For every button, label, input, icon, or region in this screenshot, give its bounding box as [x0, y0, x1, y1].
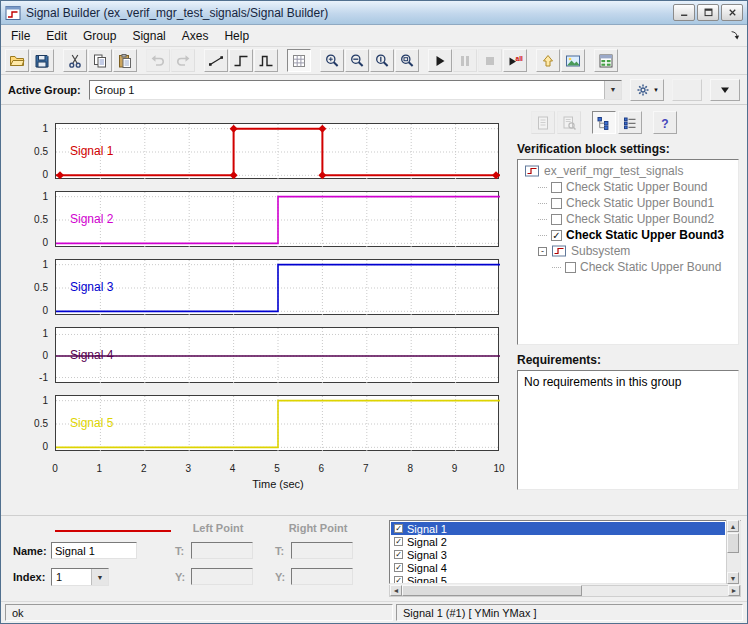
tree-item-label[interactable]: Check Static Upper Bound1	[566, 196, 714, 210]
status-selection: Signal 1 (#1) [ YMin YMax ]	[396, 604, 743, 621]
zoom-in-icon	[324, 53, 340, 69]
close-button[interactable]	[721, 4, 743, 21]
cut-button[interactable]	[63, 49, 87, 72]
y-tick-label: 0	[42, 169, 48, 180]
save-button[interactable]	[30, 49, 54, 72]
doc-search-icon	[561, 115, 577, 131]
y-axis: 10.50	[5, 191, 55, 247]
menu-file[interactable]: File	[3, 27, 38, 45]
signal-label[interactable]: Signal 5	[70, 416, 113, 430]
menu-axes[interactable]: Axes	[174, 27, 217, 45]
tree-item-label[interactable]: Check Static Upper Bound2	[566, 212, 714, 226]
signal-list-item[interactable]: ✓Signal 1	[391, 522, 725, 535]
signal-label[interactable]: Signal 4	[70, 348, 113, 362]
open-button[interactable]	[5, 49, 29, 72]
save-icon	[34, 53, 50, 69]
plot-signal-5[interactable]: Signal 5	[55, 395, 499, 451]
hscroll-thumb[interactable]	[402, 585, 582, 596]
draw-line-button[interactable]	[204, 49, 228, 72]
tree-item-label[interactable]: Subsystem	[571, 244, 630, 258]
menu-edit[interactable]: Edit	[38, 27, 75, 45]
y-tick-label: 1	[42, 191, 48, 202]
signal-label[interactable]: Signal 3	[70, 280, 113, 294]
chevron-down-icon[interactable]: ▼	[91, 569, 108, 585]
toggle-panel-button[interactable]	[710, 79, 740, 101]
tree-collapse-toggle[interactable]: -	[538, 247, 547, 256]
signal-visible-checkbox[interactable]: ✓	[394, 524, 403, 533]
tree-item-checkbox[interactable]	[565, 262, 576, 273]
list-view-button[interactable]	[618, 111, 642, 134]
active-group-select[interactable]: Group 1 ▼	[89, 80, 622, 100]
up-to-parent-button[interactable]	[536, 49, 560, 72]
signal-visible-checkbox[interactable]: ✓	[394, 550, 403, 559]
copy-button[interactable]	[88, 49, 112, 72]
y-axis: 10.50	[5, 395, 55, 451]
tree-item-checkbox[interactable]	[551, 182, 562, 193]
scroll-left-icon[interactable]: ◄	[390, 585, 402, 596]
signal-label[interactable]: Signal 1	[70, 144, 113, 158]
zoom-in-button[interactable]	[320, 49, 344, 72]
snap-grid-button[interactable]	[287, 49, 311, 72]
plot-signal-4[interactable]: Signal 4	[55, 327, 499, 383]
zoom-y-button[interactable]	[370, 49, 394, 72]
plot-signal-2[interactable]: Signal 2	[55, 191, 499, 247]
menu-group[interactable]: Group	[75, 27, 124, 45]
run-all-button[interactable]: all	[503, 49, 527, 72]
signal-visible-checkbox[interactable]: ✓	[394, 576, 403, 584]
tree-item-checkbox[interactable]: ✓	[551, 230, 562, 241]
maximize-button[interactable]	[697, 4, 719, 21]
export-button[interactable]	[594, 49, 618, 72]
signal-label[interactable]: Signal 2	[70, 212, 113, 226]
zoom-t-button[interactable]	[345, 49, 369, 72]
active-group-label: Active Group:	[8, 84, 81, 96]
verification-report-button	[557, 111, 581, 134]
tree-connector	[538, 219, 547, 220]
signal-list-label: Signal 5	[407, 575, 447, 585]
signal-visible-checkbox[interactable]: ✓	[394, 563, 403, 572]
signal-visible-checkbox[interactable]: ✓	[394, 537, 403, 546]
menu-signal[interactable]: Signal	[124, 27, 173, 45]
tree-item-label[interactable]: Check Static Upper Bound3	[566, 228, 724, 242]
signal-list-vscrollbar[interactable]: ▲ ▼	[726, 520, 740, 584]
signal-list-item[interactable]: ✓Signal 3	[391, 548, 725, 561]
tree-item-checkbox[interactable]	[551, 198, 562, 209]
zoom-fit-button[interactable]	[395, 49, 419, 72]
dock-icon[interactable]	[729, 29, 745, 43]
start-simulation-button[interactable]	[428, 49, 452, 72]
tree-item-checkbox[interactable]	[551, 214, 562, 225]
scroll-up-icon[interactable]: ▲	[727, 520, 739, 532]
index-select[interactable]: 1 ▼	[51, 568, 109, 586]
signal-list-item[interactable]: ✓Signal 2	[391, 535, 725, 548]
titlebar[interactable]: Signal Builder (ex_verif_mgr_test_signal…	[1, 1, 747, 25]
plot-signal-3[interactable]: Signal 3	[55, 259, 499, 315]
requirements-box[interactable]: No requirements in this group	[517, 370, 739, 490]
draw-step-button[interactable]	[229, 49, 253, 72]
redo-icon	[175, 53, 191, 69]
left-y-input	[191, 568, 253, 585]
signal-list-item[interactable]: ✓Signal 4	[391, 561, 725, 574]
signal-list-hscrollbar[interactable]: ◄ ►	[389, 585, 741, 597]
tree-item-label[interactable]: ex_verif_mgr_test_signals	[544, 164, 683, 178]
scroll-down-icon[interactable]: ▼	[727, 572, 739, 584]
draw-pulse-button[interactable]	[254, 49, 278, 72]
minimize-button[interactable]	[673, 4, 695, 21]
requirements-title: Requirements:	[517, 353, 739, 367]
signal-list-item[interactable]: ✓Signal 5	[391, 574, 725, 584]
chevron-down-icon[interactable]: ▼	[604, 81, 621, 99]
tree-item-label[interactable]: Check Static Upper Bound	[580, 260, 721, 274]
menu-help[interactable]: Help	[216, 27, 257, 45]
scroll-right-icon[interactable]: ►	[728, 585, 740, 596]
signal-name-input[interactable]	[51, 542, 137, 559]
tree-view-button[interactable]	[592, 111, 616, 134]
snapshot-button[interactable]	[561, 49, 585, 72]
paste-button[interactable]	[113, 49, 137, 72]
undo-button	[146, 49, 170, 72]
plot-signal-1[interactable]: Signal 1	[55, 123, 499, 179]
tree-item-label[interactable]: Check Static Upper Bound	[566, 180, 707, 194]
help-icon: ?	[657, 115, 673, 131]
help-button[interactable]: ?	[653, 111, 677, 134]
signal-color-preview	[55, 530, 171, 532]
group-options-button[interactable]: ▼	[630, 79, 664, 101]
vscroll-thumb[interactable]	[727, 533, 739, 553]
signal-list[interactable]: ✓Signal 1✓Signal 2✓Signal 3✓Signal 4✓Sig…	[389, 520, 741, 584]
